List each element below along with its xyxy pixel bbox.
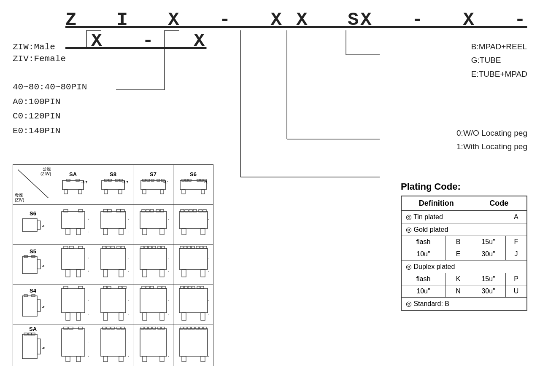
corner-header-cell: 公座 (ZIW) 母座 (ZIV) [13,165,53,205]
svg-rect-12 [62,180,84,190]
svg-rect-64 [140,212,167,228]
svg-text:-16.0: -16.0 [208,312,209,315]
svg-text:-18.0: -18.0 [208,340,209,343]
gold-15u-code: F [505,236,527,248]
svg-text:-13.0: -13.0 [88,312,89,315]
svg-text:-3.0: -3.0 [88,217,89,220]
svg-rect-43 [201,190,205,194]
svg-rect-49 [66,228,70,235]
col-header-code: Code [471,196,527,211]
svg-rect-136 [62,288,85,313]
svg-rect-26 [141,180,165,190]
cell-s4-s6: -16.0 -16.0 [173,285,213,325]
svg-text:-10.5: -10.5 [128,270,129,273]
svg-rect-74 [179,212,208,228]
duplex-10u-code: N [445,285,471,298]
svg-text:-8.0: -8.0 [128,230,129,233]
cell-s6-s6: -8.0 -8.0 [173,205,213,245]
gold-15u-label: 15u" [471,236,506,248]
svg-rect-90 [62,248,85,269]
svg-rect-42 [182,190,185,194]
col-header-s6: S6 -7.1 [173,165,213,205]
svg-rect-56 [103,228,108,235]
svg-rect-108 [140,248,167,269]
gold-plated-label: ◎ Gold plated [401,223,527,236]
standard-label: ◎ Standard: B [401,298,527,311]
svg-text:-15.0: -15.0 [168,312,169,315]
cell-s5-s6: -12.0 -12.0 [173,245,213,285]
standard-row: ◎ Standard: B [401,298,527,311]
plating-table: Definition Code ◎ Tin plated A ◎ Gold pl… [401,196,527,311]
duplex-30u-code: U [505,285,527,298]
col-header-sa: SA -3.7 [53,165,93,205]
svg-rect-65 [143,228,147,235]
svg-text:-13.0: -13.0 [88,298,89,301]
row-label-s6: S6 -2.7 [13,205,53,245]
svg-rect-152 [140,288,167,313]
svg-rect-188 [103,356,108,362]
tin-plated-row: ◎ Tin plated A [401,211,527,223]
svg-rect-35 [180,180,206,190]
duplex-10u-label: 10u" [401,285,445,298]
svg-rect-120 [182,269,186,277]
svg-rect-180 [66,356,70,362]
gold-10u-label: 10u" [401,248,445,260]
tin-plated-label: ◎ Tin plated [401,211,505,223]
svg-text:-17.0: -17.0 [88,354,89,357]
svg-rect-210 [201,356,205,362]
svg-rect-163 [182,313,186,320]
duplex-row-1: flash K 15u" P [401,273,527,285]
svg-rect-181 [76,356,81,362]
table-row-sa: SA -15.7 [13,325,213,366]
col-header-s8: S8 -3.7 [93,165,133,205]
svg-text:-8.0: -8.0 [208,217,209,220]
plating-title: Plating Code: [401,181,527,192]
svg-rect-66 [160,228,164,235]
duplex-plated-header-row: ◎ Duplex plated [401,260,527,273]
cell-s6-s7: -7.0 -8.0 [133,205,173,245]
connector-table: 公座 (ZIW) 母座 (ZIV) SA [13,164,213,366]
svg-rect-57 [119,228,123,235]
row-label-s5: S5 -7.2 [13,245,53,285]
duplex-flash-code: K [445,273,471,285]
svg-rect-173 [22,334,37,359]
svg-rect-154 [160,313,164,320]
duplex-flash-label: flash [401,273,445,285]
svg-text:-18.0: -18.0 [168,340,169,343]
gold-30u-code: J [505,248,527,260]
svg-rect-16 [78,190,82,194]
cell-s4-s7: -15.0 -15.0 [133,285,173,325]
svg-rect-76 [201,228,205,235]
svg-text:-10.0: -10.0 [128,256,129,259]
duplex-row-2: 10u" N 30u" U [401,285,527,298]
svg-rect-33 [160,190,164,194]
ziv-label: ZIV:Female [13,54,66,64]
svg-rect-55 [101,212,126,228]
svg-rect-138 [76,313,81,320]
plating-section: Plating Code: Definition Code ◎ Tin plat… [401,181,527,311]
svg-text:-9.0: -9.0 [88,270,89,273]
cell-s5-s7: -11.0 -11.0 [133,245,173,285]
pin-labels: 40~80:40~80PIN A0:100PIN C0:120PIN E0:14… [13,80,87,139]
col-header-s7: S7 -6.7 [133,165,173,205]
svg-rect-75 [182,228,186,235]
svg-rect-100 [119,269,123,277]
svg-rect-85 [22,257,37,274]
svg-rect-197 [140,329,167,356]
svg-text:-15.0: -15.0 [168,298,169,301]
duplex-15u-code: P [505,273,527,285]
col-header-definition: Definition [401,196,471,211]
cell-s6-sa: -3.0 -8.0 [53,205,93,245]
tin-plated-code: A [505,211,527,223]
gold-flash-label: flash [401,236,445,248]
svg-rect-199 [160,356,164,362]
svg-text:-8.0: -8.0 [88,230,89,233]
table-row-s4: S4 -11.7 [13,285,213,325]
svg-text:-5.0: -5.0 [128,217,129,220]
svg-text:-3.7: -3.7 [81,180,87,184]
gold-plated-header-row: ◎ Gold plated [401,223,527,236]
svg-rect-48 [62,212,85,228]
cell-sa-sa: -17.0 -17.0 [53,325,93,366]
row-label-sa: SA -15.7 [13,325,53,366]
gold-10u-code: E [445,248,471,260]
